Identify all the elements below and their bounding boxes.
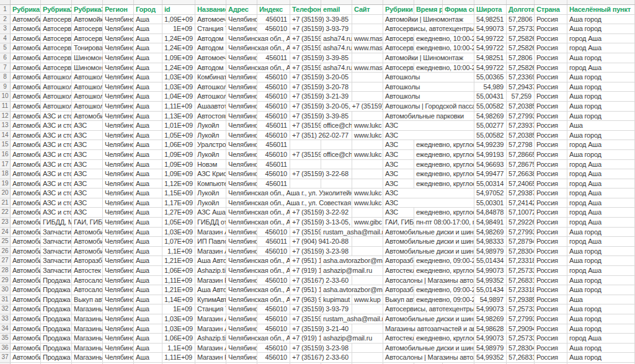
cell[interactable]: Аша [134,112,162,122]
cell[interactable]: АЗС [383,208,414,218]
cell[interactable]: 54,99722 [474,43,507,53]
cell[interactable]: Челябинс [103,344,134,353]
cell[interactable]: 57,27993 [507,112,535,122]
cell[interactable]: 54,99352 [474,276,507,286]
cell[interactable]: Аша [134,169,162,179]
cell[interactable]: Автомойки | Шиномонтаж [383,53,474,63]
cell[interactable]: 57,29437 [507,82,535,92]
cell[interactable]: Челябинская обл., Аша г. [226,285,290,295]
cell[interactable] [352,53,383,63]
cell[interactable]: город Аша [567,169,635,179]
cell[interactable]: Челябинс [103,121,134,131]
cell[interactable] [352,24,383,34]
cell[interactable]: Тонирова [72,43,103,53]
cell[interactable]: Челябинс [103,53,134,63]
cell[interactable]: Автомоби [11,353,41,363]
cell[interactable]: Автодом [195,34,226,44]
cell[interactable]: Аша [134,24,162,34]
cell[interactable]: 456011 [257,237,290,247]
cell[interactable]: ashazip@mail.ru [321,266,383,276]
cell[interactable]: Челябинская обл., Аша г., ул. [226,43,290,53]
cell[interactable]: Россия [535,140,567,150]
cell[interactable]: +7 (351) 262-02-77 [290,131,352,141]
cell[interactable]: Автомоби [11,304,41,314]
cell[interactable]: Россия [535,73,567,82]
cell[interactable]: Аша [134,92,162,102]
cell[interactable]: Автошколы [383,73,474,82]
cell[interactable]: Автошкол [195,92,226,102]
cell[interactable]: +7 (35159) 3-20-05, +7 (35159) 3 [290,102,383,112]
cell[interactable]: Аша [134,121,162,131]
cell[interactable]: ежедневно, 10:00-20:00 [414,43,474,53]
cell[interactable]: Автомобильные диски и шины [383,314,474,324]
cell[interactable]: Аша [134,208,162,218]
cell[interactable]: Аша [134,353,162,363]
cell[interactable]: Станция Т [195,304,226,314]
cell[interactable]: Россия [535,266,567,276]
cell[interactable]: Автомобильные диски и шины [383,344,474,353]
cell[interactable]: www.mas [352,34,383,44]
cell[interactable]: Автосерв [41,63,72,73]
cell[interactable]: Магазины [72,353,103,363]
cell[interactable]: Продажа [41,276,72,286]
cell[interactable]: Челябинс [103,169,134,179]
cell[interactable]: Автомоби [11,63,41,73]
cell[interactable]: АЗС и сто [41,179,72,189]
cell[interactable]: Автошкол [72,73,103,82]
cell[interactable]: Аша [134,266,162,276]
cell[interactable]: город Аша [567,198,635,208]
cell[interactable]: 57,25733 [507,304,535,314]
column-header-cell[interactable]: Название [195,5,226,15]
cell[interactable]: Аша [134,256,162,266]
cell[interactable]: 57,24065 [507,179,535,189]
column-header-cell[interactable]: email [321,5,352,15]
cell[interactable]: Челябинская обл., Аша г., ул. [226,34,290,44]
cell[interactable]: Автомоби [11,131,41,141]
cell[interactable]: Россия [535,53,567,63]
cell[interactable]: 456011 [257,15,290,25]
cell[interactable]: АЗС [383,140,414,150]
cell[interactable]: 1,04E+09 [162,92,195,102]
cell[interactable]: Россия [535,344,567,353]
cell[interactable]: Россия [535,63,567,73]
cell[interactable]: Автомоби [11,73,41,82]
cell[interactable]: Челябинс [103,247,134,257]
cell[interactable]: Автомоби [11,140,41,150]
cell[interactable]: 55,00301 [474,198,507,208]
cell[interactable]: 456010 [257,344,290,353]
cell[interactable]: 57,2798 [507,140,535,150]
cell[interactable]: Челябинс [103,276,134,286]
cell[interactable]: Россия [535,160,567,170]
cell[interactable] [352,160,383,170]
cell[interactable]: Шиномон [72,63,103,73]
cell[interactable]: 57,28675 [507,160,535,170]
cell[interactable]: 57,23369 [507,73,535,82]
cell[interactable]: www.gibc [352,218,383,228]
cell[interactable] [352,353,383,363]
cell[interactable]: Магазин А [195,344,226,353]
cell[interactable]: 456010 [257,24,290,34]
cell[interactable]: Автомобильные диски и шины [383,247,474,257]
cell[interactable]: ежедневно, круглосуточно [414,169,474,179]
cell[interactable]: Автосервисы, автотехцентры [383,43,414,53]
column-header-cell[interactable]: id [162,5,195,15]
cell[interactable]: Челябинская обл., Аша г. [226,82,257,92]
cell[interactable]: ежедневно, круглосуточно [414,160,474,170]
row-number[interactable]: 20 [0,189,11,198]
cell[interactable]: АЗС [72,189,103,198]
cell[interactable]: ежедневно, круглосуточно [414,150,474,160]
cell[interactable]: 1,09E+09 [162,169,195,179]
cell[interactable]: 1E+09 [162,304,195,314]
cell[interactable]: 54,98269 [474,112,507,122]
cell[interactable]: 57,259 [507,92,535,102]
cell[interactable]: Челябинская обл., Аша г. [226,24,257,34]
cell[interactable]: 57,28304 [507,344,535,353]
cell[interactable]: Аша город [567,73,635,82]
cell[interactable]: Аша город [567,304,635,314]
cell[interactable]: office@ch [321,121,352,131]
cell[interactable]: Магазин А [195,247,226,257]
cell[interactable]: Автомоби [11,344,41,353]
cell[interactable]: Аша [134,131,162,141]
cell[interactable]: office@ch [321,150,352,160]
cell[interactable]: Аша [134,285,162,295]
